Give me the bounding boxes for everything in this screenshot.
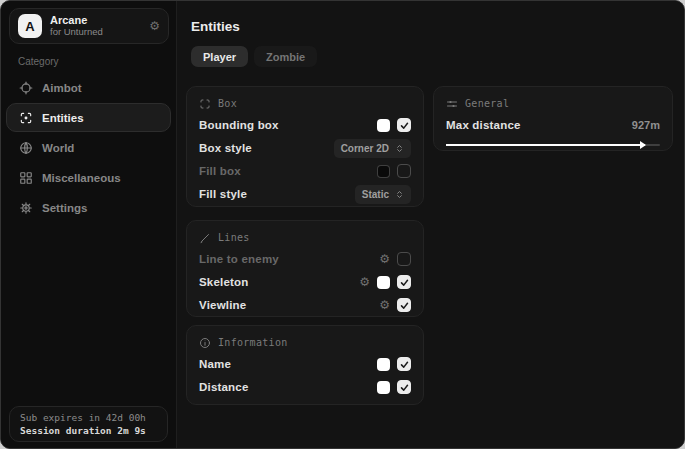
checkbox[interactable] [397, 357, 411, 371]
check-icon [400, 360, 409, 369]
info-icon [199, 337, 211, 349]
globe-icon [19, 141, 33, 155]
setting-label: Viewline [199, 299, 246, 311]
panel-lines-header: Lines [199, 231, 411, 244]
check-icon [400, 278, 409, 287]
setting-label: Distance [199, 381, 249, 393]
panel-lines: Lines Line to enemy ⚙ Skeleton ⚙ Viewlin… [186, 220, 424, 317]
sidebar-item-label: Entities [42, 112, 84, 124]
max-distance-slider[interactable] [446, 141, 660, 150]
app-window: A Arcane for Unturned ⚙ Category Aimbot … [0, 0, 685, 449]
box-style-dropdown[interactable]: Corner 2D [334, 139, 411, 158]
setting-row-bounding-box: Bounding box [199, 115, 411, 135]
gear-icon[interactable]: ⚙ [359, 276, 370, 288]
pencil-line-icon [199, 232, 211, 244]
setting-row-box-style: Box style Corner 2D [199, 138, 411, 158]
checkbox[interactable] [397, 275, 411, 289]
color-swatch[interactable] [377, 276, 390, 289]
session-duration-text: Session duration 2m 9s [20, 425, 157, 436]
page-title: Entities [191, 19, 240, 34]
panel-title: Box [218, 98, 237, 109]
sidebar-item-label: Settings [42, 202, 87, 214]
sidebar-item-entities[interactable]: Entities [6, 103, 171, 132]
panel-title: Information [218, 337, 288, 348]
check-icon [400, 301, 409, 310]
brand-text: Arcane for Unturned [50, 14, 141, 38]
color-swatch[interactable] [377, 119, 390, 132]
brand-subtitle: for Unturned [50, 27, 141, 38]
setting-label: Skeleton [199, 276, 249, 288]
subscription-card: Sub expires in 42d 00h Session duration … [9, 406, 168, 442]
color-swatch[interactable] [377, 381, 390, 394]
setting-label: Line to enemy [199, 253, 279, 265]
max-distance-value: 927m [632, 119, 660, 131]
tab-bar: Player Zombie [191, 46, 317, 67]
tab-label: Zombie [266, 51, 305, 63]
tab-zombie[interactable]: Zombie [254, 46, 317, 67]
setting-label: Name [199, 358, 231, 370]
setting-row-skeleton: Skeleton ⚙ [199, 272, 411, 292]
setting-label: Bounding box [199, 119, 279, 131]
checkbox[interactable] [397, 118, 411, 132]
setting-row-max-distance: Max distance 927m [446, 115, 660, 135]
setting-label: Max distance [446, 119, 521, 131]
panel-box: Box Bounding box Box style Corner 2D Fil… [186, 86, 424, 207]
setting-label: Fill style [199, 188, 247, 200]
panel-information: Information Name Distance [186, 325, 424, 405]
fill-style-dropdown[interactable]: Static [355, 185, 411, 204]
setting-label: Box style [199, 142, 252, 154]
sidebar-item-miscellaneous[interactable]: Miscellaneous [6, 163, 171, 192]
sidebar-item-label: Aimbot [42, 82, 82, 94]
sliders-icon [446, 98, 458, 110]
panel-general-header: General [446, 97, 660, 110]
slider-fill [446, 144, 645, 146]
setting-label: Fill box [199, 165, 241, 177]
tab-label: Player [203, 51, 236, 63]
checkbox[interactable] [397, 298, 411, 312]
setting-row-viewline: Viewline ⚙ [199, 295, 411, 315]
grid-icon [19, 171, 33, 185]
setting-row-line-to-enemy: Line to enemy ⚙ [199, 249, 411, 269]
sidebar-item-world[interactable]: World [6, 133, 171, 162]
sidebar-item-aimbot[interactable]: Aimbot [6, 73, 171, 102]
dropdown-value: Corner 2D [341, 143, 389, 154]
crosshair-icon [19, 81, 33, 95]
gear-icon[interactable]: ⚙ [379, 299, 390, 311]
sidebar-nav: Aimbot Entities World Miscellaneous Sett… [1, 73, 176, 222]
sidebar-item-settings[interactable]: Settings [6, 193, 171, 222]
color-swatch[interactable] [377, 165, 390, 178]
check-icon [400, 383, 409, 392]
main-content: Entities Player Zombie Box Bounding box [177, 1, 684, 448]
color-swatch[interactable] [377, 358, 390, 371]
setting-row-name: Name [199, 354, 411, 374]
scan-target-icon [19, 111, 33, 125]
panel-information-header: Information [199, 336, 411, 349]
sidebar-item-label: Miscellaneous [42, 172, 121, 184]
panel-title: General [465, 98, 509, 109]
checkbox[interactable] [397, 252, 411, 266]
setting-row-fill-style: Fill style Static [199, 184, 411, 204]
brand-card: A Arcane for Unturned ⚙ [9, 8, 169, 44]
checkbox[interactable] [397, 380, 411, 394]
panel-general: General Max distance 927m [433, 86, 673, 151]
gear-icon [19, 201, 33, 215]
brand-settings-icon[interactable]: ⚙ [149, 19, 160, 33]
box-corners-icon [199, 98, 211, 110]
setting-row-fill-box: Fill box [199, 161, 411, 181]
dropdown-value: Static [362, 189, 389, 200]
panel-title: Lines [218, 232, 250, 243]
sub-expiry-text: Sub expires in 42d 00h [20, 412, 157, 423]
gear-icon[interactable]: ⚙ [379, 253, 390, 265]
brand-logo: A [18, 14, 42, 38]
checkbox[interactable] [397, 164, 411, 178]
brand-title: Arcane [50, 14, 141, 27]
setting-row-distance: Distance [199, 377, 411, 397]
category-label: Category [18, 56, 59, 67]
chevron-up-down-icon [395, 144, 404, 153]
sidebar: A Arcane for Unturned ⚙ Category Aimbot … [1, 1, 177, 448]
tab-player[interactable]: Player [191, 46, 248, 67]
panel-box-header: Box [199, 97, 411, 110]
sidebar-item-label: World [42, 142, 74, 154]
chevron-up-down-icon [395, 190, 404, 199]
check-icon [400, 121, 409, 130]
